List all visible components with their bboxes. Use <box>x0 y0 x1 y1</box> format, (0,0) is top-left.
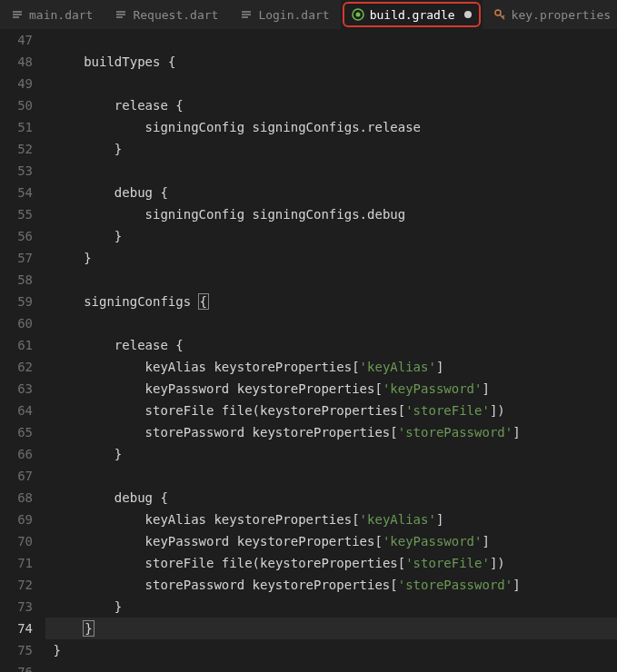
tab-main-dart[interactable]: main.dart <box>0 0 104 29</box>
code-line[interactable]: keyPassword keystoreProperties['keyPassw… <box>45 378 617 400</box>
code-line[interactable]: debug { <box>45 182 617 203</box>
code-line[interactable] <box>45 312 617 334</box>
code-line[interactable]: } <box>45 443 617 465</box>
code-line[interactable]: } <box>45 596 617 618</box>
key-icon <box>493 8 506 21</box>
code-line[interactable]: buildTypes { <box>45 51 617 73</box>
line-number: 49 <box>0 73 33 94</box>
tab-build-gradle[interactable]: build.gradle <box>341 0 483 29</box>
dart-icon <box>11 8 24 21</box>
line-number: 51 <box>0 116 33 138</box>
code-line[interactable]: storeFile file(keystoreProperties['store… <box>45 400 617 421</box>
line-number: 54 <box>0 182 33 203</box>
code-line[interactable]: } <box>45 225 617 247</box>
code-line[interactable] <box>45 160 617 182</box>
line-number: 58 <box>0 269 33 291</box>
code-line[interactable]: storePassword keystoreProperties['storeP… <box>45 574 617 596</box>
tab-label: Login.dart <box>258 8 329 22</box>
line-number: 50 <box>0 94 33 116</box>
line-number: 70 <box>0 530 33 552</box>
svg-point-1 <box>355 13 360 17</box>
line-number: 76 <box>0 661 33 672</box>
code-line[interactable] <box>45 465 617 487</box>
tab-label: key.properties <box>512 8 612 22</box>
line-number: 67 <box>0 465 33 487</box>
line-number: 63 <box>0 378 33 400</box>
code-line[interactable] <box>45 269 617 291</box>
line-number: 47 <box>0 29 33 51</box>
editor-tabs: main.dartRequest.dartLogin.dartbuild.gra… <box>0 0 617 29</box>
line-number: 75 <box>0 639 33 661</box>
editor: 4748495051525354555657585960616263646566… <box>0 29 617 672</box>
tab-Login-dart[interactable]: Login.dart <box>229 0 340 29</box>
code-line[interactable]: signingConfig signingConfigs.debug <box>45 203 617 225</box>
dart-icon <box>240 8 253 21</box>
line-number: 71 <box>0 552 33 574</box>
tab-label: Request.dart <box>133 8 218 22</box>
line-number-gutter: 4748495051525354555657585960616263646566… <box>0 29 45 672</box>
tab-Request-dart[interactable]: Request.dart <box>104 0 229 29</box>
code-line[interactable]: storePassword keystoreProperties['storeP… <box>45 421 617 443</box>
gradle-icon <box>352 8 364 21</box>
line-number: 74 <box>0 618 33 639</box>
code-line[interactable]: signingConfigs { <box>45 291 617 312</box>
line-number: 57 <box>0 247 33 269</box>
line-number: 52 <box>0 138 33 160</box>
code-line[interactable]: release { <box>45 334 617 356</box>
line-number: 59 <box>0 291 33 312</box>
line-number: 53 <box>0 160 33 182</box>
line-number: 56 <box>0 225 33 247</box>
tab-label: build.gradle <box>370 8 455 22</box>
code-line[interactable]: keyAlias keystoreProperties['keyAlias'] <box>45 509 617 530</box>
code-line[interactable]: release { <box>45 94 617 116</box>
line-number: 66 <box>0 443 33 465</box>
line-number: 72 <box>0 574 33 596</box>
line-number: 60 <box>0 312 33 334</box>
line-number: 61 <box>0 334 33 356</box>
dart-icon <box>114 8 127 21</box>
code-line[interactable]: signingConfig signingConfigs.release <box>45 116 617 138</box>
code-line[interactable] <box>45 29 617 51</box>
code-line[interactable]: } <box>45 247 617 269</box>
code-line[interactable]: storeFile file(keystoreProperties['store… <box>45 552 617 574</box>
code-line[interactable]: debug { <box>45 487 617 509</box>
line-number: 48 <box>0 51 33 73</box>
line-number: 73 <box>0 596 33 618</box>
line-number: 69 <box>0 509 33 530</box>
code-line[interactable]: keyAlias keystoreProperties['keyAlias'] <box>45 356 617 378</box>
line-number: 65 <box>0 421 33 443</box>
code-line[interactable]: } <box>45 618 617 639</box>
line-number: 62 <box>0 356 33 378</box>
line-number: 68 <box>0 487 33 509</box>
tab-label: main.dart <box>29 8 93 22</box>
code-line[interactable]: } <box>45 639 617 661</box>
tab-key-properties[interactable]: key.properties <box>483 0 617 29</box>
code-line[interactable] <box>45 73 617 94</box>
code-area[interactable]: buildTypes { release { signingConfig sig… <box>45 29 617 672</box>
code-line[interactable]: keyPassword keystoreProperties['keyPassw… <box>45 530 617 552</box>
dirty-indicator-icon <box>464 11 472 18</box>
code-line[interactable]: } <box>45 138 617 160</box>
line-number: 64 <box>0 400 33 421</box>
line-number: 55 <box>0 203 33 225</box>
code-line[interactable] <box>45 661 617 672</box>
